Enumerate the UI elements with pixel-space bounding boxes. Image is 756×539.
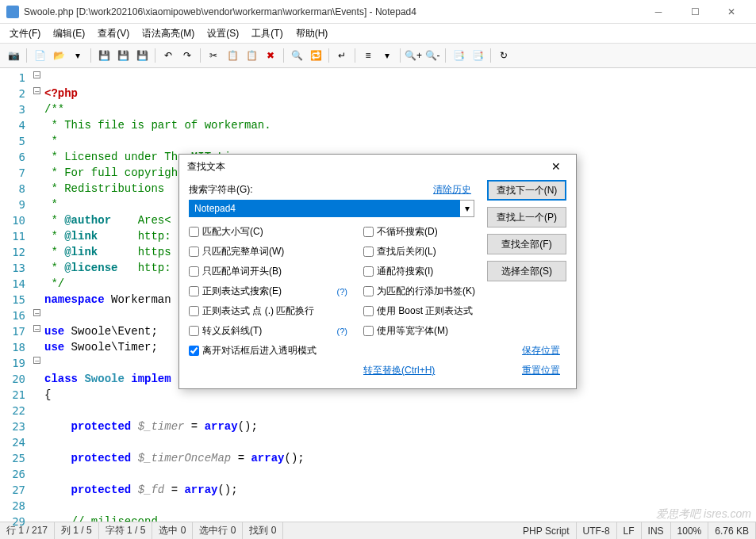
option-checkbox[interactable]: [189, 266, 199, 277]
menu-edit[interactable]: 编辑(E): [47, 25, 91, 43]
screenshot-icon[interactable]: 📷: [5, 47, 22, 64]
option-checkbox[interactable]: [363, 247, 374, 257]
save-position-link[interactable]: 保存位置: [522, 344, 560, 357]
fold-toggle-icon[interactable]: [33, 87, 40, 94]
line-number: 15: [0, 292, 25, 308]
option-label: 正则表达式搜索(E): [202, 285, 282, 298]
toolbar: 📷 📄 📂 ▾ 💾 💾 💾 ↶ ↷ ✂ 📋 📋 ✖ 🔍 🔁 ↵ ≡ ▾ 🔍+ 🔍…: [0, 43, 756, 68]
line-number: 1: [0, 70, 25, 86]
status-encoding[interactable]: UTF-8: [577, 522, 617, 539]
find-prev-button[interactable]: 查找上一个(P): [487, 207, 566, 227]
open-file-icon[interactable]: 📂: [50, 47, 67, 64]
option-checkbox[interactable]: [189, 227, 199, 237]
dropdown2-icon[interactable]: ▾: [378, 47, 396, 64]
search-dropdown-icon[interactable]: ▾: [460, 200, 474, 217]
option-checkbox[interactable]: [189, 306, 199, 316]
switch-replace-link[interactable]: 转至替换(Ctrl+H): [363, 365, 435, 376]
paste-icon[interactable]: 📋: [243, 47, 260, 64]
option-checkbox[interactable]: [363, 326, 374, 336]
help-icon[interactable]: (?): [337, 327, 347, 336]
option-checkbox[interactable]: [189, 286, 199, 296]
maximize-button[interactable]: ☐: [677, 0, 713, 24]
option-checkbox[interactable]: [363, 286, 374, 296]
option-checkbox[interactable]: [189, 247, 199, 257]
help-icon[interactable]: (?): [337, 287, 347, 296]
line-number: 16: [0, 308, 25, 323]
select-all-button[interactable]: 选择全部(S): [487, 261, 566, 281]
undo-icon[interactable]: ↶: [159, 47, 177, 64]
option-label: 查找后关闭(L): [377, 245, 436, 258]
dropdown-icon[interactable]: ▾: [69, 47, 86, 64]
clear-history-link[interactable]: 清除历史: [433, 183, 471, 197]
find-next-button[interactable]: 查找下一个(N): [487, 180, 566, 201]
find-icon[interactable]: 🔍: [288, 47, 305, 64]
line-number: 27: [0, 482, 25, 498]
option-checkbox[interactable]: [189, 326, 199, 336]
redo-icon[interactable]: ↷: [178, 47, 196, 64]
option-row: 正则表达式 点 (.) 匹配换行: [189, 304, 347, 318]
minimize-button[interactable]: ─: [640, 0, 677, 24]
status-col: 列 1 / 5: [55, 522, 99, 539]
option-row: 为匹配的行添加书签(K): [363, 285, 522, 298]
status-lang[interactable]: PHP Script: [516, 522, 576, 539]
option-row: 使用 Boost 正则表达式: [363, 304, 522, 318]
zoom-out-icon[interactable]: 🔍-: [424, 47, 441, 64]
status-size: 6.76 KB: [708, 522, 756, 539]
line-number: 6: [0, 149, 25, 165]
save-icon[interactable]: 💾: [95, 47, 113, 64]
status-zoom[interactable]: 100%: [671, 522, 709, 539]
search-label: 搜索字符串(G):: [189, 183, 433, 197]
line-number: 10: [0, 212, 25, 228]
reset-position-link[interactable]: 重置位置: [522, 364, 560, 377]
line-gutter: 1234567891011121314151617181920212223242…: [0, 68, 32, 522]
option-checkbox[interactable]: [363, 227, 374, 237]
fold-toggle-icon[interactable]: [33, 71, 40, 78]
refresh-icon[interactable]: ↻: [495, 47, 512, 64]
dialog-close-icon[interactable]: ✕: [544, 160, 568, 173]
option-row: 使用等宽字体(M): [363, 324, 522, 338]
line-number: 8: [0, 181, 25, 197]
copy-icon[interactable]: 📋: [224, 47, 241, 64]
option-row: 匹配大小写(C): [189, 225, 347, 239]
zoom-in-icon[interactable]: 🔍+: [405, 47, 422, 64]
replace-icon[interactable]: 🔁: [307, 47, 324, 64]
menu-view[interactable]: 查看(V): [91, 25, 136, 43]
line-number: 28: [0, 498, 25, 514]
delete-icon[interactable]: ✖: [262, 47, 279, 64]
fold-toggle-icon[interactable]: [33, 357, 40, 364]
menu-tools[interactable]: 工具(T): [245, 25, 289, 43]
fold-toggle-icon[interactable]: [33, 309, 40, 316]
option-checkbox[interactable]: [363, 306, 374, 316]
menu-syntax[interactable]: 语法高亮(M): [136, 25, 201, 43]
option-label: 只匹配完整单词(W): [202, 245, 284, 258]
line-number: 14: [0, 276, 25, 292]
line-number: 18: [0, 339, 25, 355]
status-chars: 字符 1 / 5: [99, 522, 153, 539]
menubar: 文件(F) 编辑(E) 查看(V) 语法高亮(M) 设置(S) 工具(T) 帮助…: [0, 24, 756, 43]
cut-icon[interactable]: ✂: [205, 47, 222, 64]
option-checkbox[interactable]: [189, 346, 199, 356]
option-label: 转义反斜线(T): [202, 324, 262, 338]
fold-toggle-icon[interactable]: [33, 325, 40, 332]
menu-file[interactable]: 文件(F): [3, 25, 47, 43]
dialog-title: 查找文本: [187, 160, 544, 174]
syntax2-icon[interactable]: 📑: [469, 47, 486, 64]
status-mode[interactable]: INS: [642, 522, 671, 539]
close-button[interactable]: ✕: [713, 0, 750, 24]
option-checkbox[interactable]: [363, 266, 374, 277]
new-file-icon[interactable]: 📄: [31, 47, 48, 64]
line-number: 7: [0, 165, 25, 181]
menu-settings[interactable]: 设置(S): [201, 25, 245, 43]
wordwrap-icon[interactable]: ↵: [333, 47, 351, 64]
save-all-icon[interactable]: 💾: [114, 47, 132, 64]
syntax-icon[interactable]: 📑: [450, 47, 467, 64]
search-input[interactable]: [189, 200, 460, 217]
save-as-icon[interactable]: 💾: [133, 47, 151, 64]
indent-icon[interactable]: ≡: [359, 47, 377, 64]
status-eol[interactable]: LF: [617, 522, 642, 539]
line-number: 19: [0, 355, 25, 371]
statusbar: 行 1 / 217 列 1 / 5 字符 1 / 5 选中 0 选中行 0 找到…: [0, 522, 756, 539]
option-label: 使用 Boost 正则表达式: [377, 304, 473, 318]
menu-help[interactable]: 帮助(H): [290, 25, 335, 43]
find-all-button[interactable]: 查找全部(F): [487, 234, 566, 254]
